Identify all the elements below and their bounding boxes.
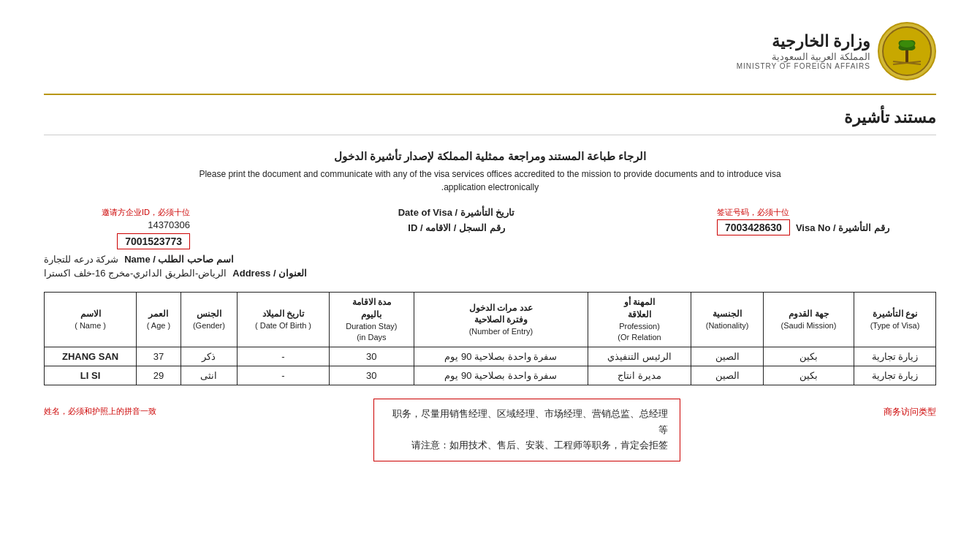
table-row-0: زيارة تجاريةبكينالصينالرئيس التنفيذيسفرة… [45,347,936,366]
instructions: الرجاء طباعة المستند ومراجعة ممثلية المم… [44,150,936,194]
center-notice-line2: 请注意：如用技术、售后、安装、工程师等职务，肯定会拒签 [386,438,668,453]
table-cell-1-0: زيارة تجارية [854,366,935,385]
ministry-english: MINISTRY OF FOREIGN AFFAIRS [737,62,870,70]
th-nationality: الجنسية(Nationality) [691,293,764,347]
th-age: العمر( Age ) [137,293,181,347]
table-cell-1-3: مديرة انتاج [588,366,691,385]
ministry-arabic: وزارة الخارجية [737,32,870,51]
th-duration: مدة الاقامةباليومDuration Stay)(in Days [329,293,414,347]
svg-point-4 [900,40,914,48]
invite-id-value: 14370306 [148,219,190,230]
applicant-name-label: اسم صاحب الطلب / Name [124,254,233,265]
th-gender: الجنس(Gender) [181,293,238,347]
th-entry: عدد مرات الدخولوفترة الصلاحية(Number of … [414,293,588,347]
table-cell-1-7: انثى [181,366,238,385]
title-divider [44,135,936,135]
bottom-left-note: 姓名，必须和护照上的拼音一致 [44,406,190,417]
table-cell-0-8: 37 [137,347,181,366]
table-cell-1-8: 29 [137,366,181,385]
table-cell-0-9: ZHANG SAN [45,347,137,366]
bottom-right-note: 商务访问类型 [863,406,936,418]
ministry-text: وزارة الخارجية المملكة العربية السعودية … [737,32,870,70]
page: وزارة الخارجية المملكة العربية السعودية … [0,0,980,558]
table-cell-0-6: - [238,347,330,366]
th-name: الاسم( Name ) [45,293,137,347]
table-cell-1-6: - [238,366,330,385]
visa-no-value: 7003428630 [717,219,790,235]
top-divider [44,94,936,95]
id-label: رقم السجل / الاقامه / ID [408,222,504,233]
th-mission: جهة القدوم(Saudi Mission) [764,293,854,347]
table-cell-0-5: 30 [329,347,414,366]
table-cell-0-1: بكين [764,347,854,366]
table-cell-1-4: سفرة واحدة بصلاحية 90 يوم [414,366,588,385]
instructions-arabic: الرجاء طباعة المستند ومراجعة ممثلية المم… [44,150,936,163]
th-dob: تاريخ الميلاد( Date Of Birth ) [238,293,330,347]
table-cell-1-1: بكين [764,366,854,385]
info-section: 签证号码，必须十位 رقم التأشيرة / Visa No 7003428… [44,207,936,279]
table-cell-1-2: الصين [691,366,764,385]
callout-visa-code: 签证号码，必须十位 [717,207,789,218]
table-cell-0-7: ذكر [181,347,238,366]
callout-invite-id: 邀请方企业ID，必须十位 [102,207,190,218]
visa-no-label: رقم التأشيرة / Visa No [796,222,889,233]
table-row-1: زيارة تجاريةبكينالصينمديرة انتاجسفرة واح… [45,366,936,385]
saudi-emblem [878,22,936,80]
th-visa-type: نوع التأشيرة(Type of Visa) [854,293,935,347]
instructions-english-1: Please print the document and communicat… [44,167,936,181]
bottom-section: 姓名，必须和护照上的拼音一致 职务，尽量用销售经理、区域经理、市场经理、营销总监… [44,399,936,461]
header: وزارة الخارجية المملكة العربية السعودية … [44,15,936,88]
address-value: الرياض-الطريق الدائري-مخرج 16-خلف اكسترا [44,268,227,279]
date-visa-label: تاريخ التأشيرة / Date of Visa [398,207,515,218]
instructions-english-2: .application electronically [44,181,936,194]
table-header-row: نوع التأشيرة(Type of Visa) جهة القدوم(Sa… [45,293,936,347]
kingdom-arabic: المملكة العربية السعودية [737,51,870,62]
table-cell-0-4: سفرة واحدة بصلاحية 90 يوم [414,347,588,366]
visa-table: نوع التأشيرة(Type of Visa) جهة القدوم(Sa… [44,292,936,385]
applicant-name-value: شركة درعه للتجارة [44,254,118,265]
table-cell-0-2: الصين [691,347,764,366]
table-cell-1-5: 30 [329,366,414,385]
table-cell-1-9: LI SI [45,366,137,385]
invite-id-box: 7001523773 [117,233,190,249]
center-notice-line1: 职务，尽量用销售经理、区域经理、市场经理、营销总监、总经理等 [386,407,668,438]
emblem-svg [882,26,932,76]
th-profession: المهنة أوالعلاقةProfession)(Or Relation [588,293,691,347]
doc-title: مستند تأشيرة [44,108,936,127]
center-notice: 职务，尽量用销售经理、区域经理、市场经理、营销总监、总经理等 请注意：如用技术、… [373,399,680,461]
table-cell-0-0: زيارة تجارية [854,347,935,366]
address-label: العنوان / Address [232,268,307,279]
table-cell-0-3: الرئيس التنفيذي [588,347,691,366]
